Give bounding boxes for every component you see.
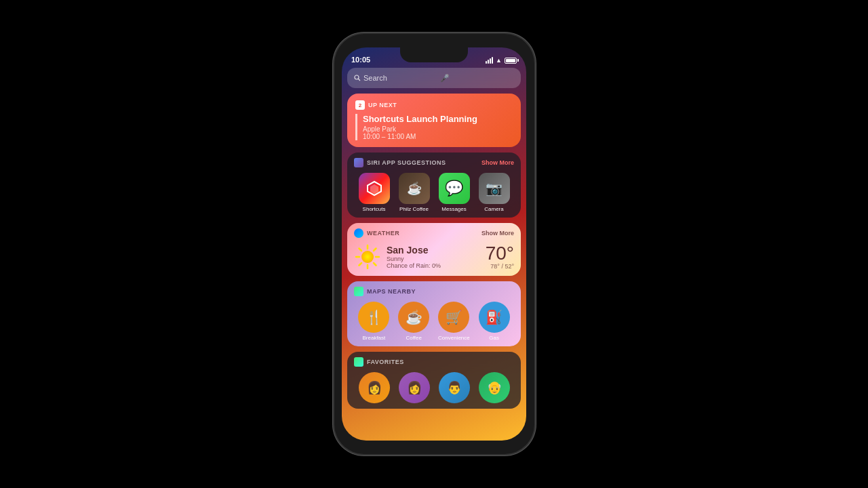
weather-app-icon	[354, 228, 363, 238]
weather-info: San Jose Sunny Chance of Rain: 0%	[387, 245, 441, 269]
svg-line-10	[374, 249, 376, 251]
favorites-app-icon	[354, 357, 363, 367]
signal-icon	[486, 57, 493, 64]
upnext-event-time: 10:00 – 11:00 AM	[363, 133, 513, 140]
search-mic-icon[interactable]: 🎤	[437, 74, 514, 83]
svg-line-8	[359, 249, 362, 251]
weather-condition: Sunny	[387, 256, 441, 262]
poi-gas[interactable]: ⛽ Gas	[479, 302, 510, 341]
svg-point-12	[361, 251, 374, 263]
upnext-event-location: Apple Park	[363, 125, 513, 133]
contact-avatar-1[interactable]: 👩	[359, 372, 390, 403]
weather-city: San Jose	[387, 245, 441, 256]
app-philz-coffee[interactable]: ☕ Philz Coffee	[399, 173, 430, 212]
shortcuts-app-label: Shortcuts	[363, 206, 386, 212]
status-time: 10:05	[351, 56, 370, 64]
svg-line-1	[359, 79, 361, 81]
svg-line-11	[359, 263, 362, 266]
svg-marker-3	[370, 184, 378, 194]
maps-card-header: MAPS NEARBY	[354, 287, 514, 296]
siri-show-more[interactable]: Show More	[481, 159, 514, 166]
gas-label: Gas	[489, 335, 499, 341]
weather-temp-range: 78° / 52°	[486, 263, 514, 270]
poi-convenience[interactable]: 🛒 Convenience	[438, 302, 470, 341]
app-camera[interactable]: 📷 Camera	[479, 173, 510, 212]
contact-avatar-4[interactable]: 👴	[479, 372, 510, 403]
svg-point-0	[355, 75, 359, 79]
search-icon	[354, 75, 361, 81]
camera-app-label: Camera	[484, 206, 503, 212]
battery-icon	[505, 58, 517, 64]
phone-notch	[400, 47, 468, 62]
weather-card-header: WEATHER Show More	[354, 228, 514, 238]
contacts-row: 👩 👩 👨 👴	[354, 372, 514, 403]
siri-app-grid: Shortcuts ☕ Philz Coffee 💬	[354, 173, 514, 212]
breakfast-label: Breakfast	[363, 335, 386, 341]
convenience-icon: 🛒	[438, 302, 469, 333]
favorites-card-header: FAVORITES	[354, 357, 514, 367]
upnext-body: Shortcuts Launch Planning Apple Park 10:…	[355, 114, 513, 140]
status-icons: ▲	[486, 57, 517, 64]
app-messages[interactable]: 💬 Messages	[439, 173, 470, 212]
search-bar[interactable]: Search 🎤	[347, 68, 521, 88]
maps-app-icon	[354, 287, 363, 296]
weather-temperature: 70° 78° / 52°	[486, 244, 514, 270]
weather-left: San Jose Sunny Chance of Rain: 0%	[354, 243, 441, 270]
shortcuts-app-icon	[359, 173, 390, 204]
phone-device: 10:05 ▲	[334, 34, 534, 454]
breakfast-icon: 🍴	[358, 302, 389, 333]
coffee-icon: ☕	[398, 302, 429, 333]
siri-header-left: SIRI APP SUGGESTIONS	[354, 158, 446, 167]
favorites-section-label: FAVORITES	[367, 359, 404, 365]
upnext-event-title: Shortcuts Launch Planning	[363, 114, 513, 124]
phone-screen: 10:05 ▲	[342, 47, 526, 441]
maps-header-left: MAPS NEARBY	[354, 287, 416, 296]
messages-app-label: Messages	[441, 206, 466, 212]
camera-app-icon: 📷	[479, 173, 510, 204]
upnext-header: 2 UP NEXT	[355, 100, 513, 110]
siri-section-label: SIRI APP SUGGESTIONS	[367, 159, 446, 166]
favorites-card: FAVORITES 👩 👩 👨 👴	[347, 352, 521, 409]
search-placeholder: Search	[361, 74, 437, 82]
philz-app-label: Philz Coffee	[399, 206, 429, 212]
app-shortcuts[interactable]: Shortcuts	[359, 173, 390, 212]
contact-avatar-3[interactable]: 👨	[439, 372, 470, 403]
upnext-section-label: UP NEXT	[368, 102, 397, 108]
sun-icon	[354, 243, 381, 270]
weather-body: San Jose Sunny Chance of Rain: 0% 70° 78…	[354, 243, 514, 270]
philz-app-icon: ☕	[399, 173, 430, 204]
weather-temp-main: 70°	[486, 244, 514, 263]
weather-section-label: WEATHER	[367, 230, 399, 237]
convenience-label: Convenience	[438, 335, 470, 341]
poi-coffee[interactable]: ☕ Coffee	[398, 302, 429, 341]
gas-icon: ⛽	[479, 302, 510, 333]
poi-grid: 🍴 Breakfast ☕ Coffee 🛒 Convenience ⛽ Gas	[354, 302, 514, 341]
svg-line-9	[374, 263, 376, 266]
weather-show-more[interactable]: Show More	[481, 230, 514, 237]
messages-app-icon: 💬	[439, 173, 470, 204]
coffee-label: Coffee	[406, 335, 422, 341]
siri-suggestions-card: SIRI APP SUGGESTIONS Show More Short	[347, 152, 521, 218]
upnext-card[interactable]: 2 UP NEXT Shortcuts Launch Planning Appl…	[347, 94, 521, 147]
siri-card-header: SIRI APP SUGGESTIONS Show More	[354, 158, 514, 167]
scroll-content: Search 🎤 2 UP NEXT Shortcuts Launch Plan…	[342, 68, 526, 441]
poi-breakfast[interactable]: 🍴 Breakfast	[358, 302, 389, 341]
upnext-calendar-icon: 2	[355, 100, 365, 110]
siri-icon	[354, 158, 363, 167]
favorites-header-left: FAVORITES	[354, 357, 404, 367]
weather-rain-chance: Chance of Rain: 0%	[387, 262, 441, 269]
wifi-icon: ▲	[496, 57, 502, 64]
maps-section-label: MAPS NEARBY	[367, 288, 416, 295]
weather-header-left: WEATHER	[354, 228, 399, 238]
weather-card[interactable]: WEATHER Show More	[347, 223, 521, 276]
contact-avatar-2[interactable]: 👩	[399, 372, 430, 403]
maps-nearby-card: MAPS NEARBY 🍴 Breakfast ☕ Coffee 🛒 Conv	[347, 281, 521, 346]
